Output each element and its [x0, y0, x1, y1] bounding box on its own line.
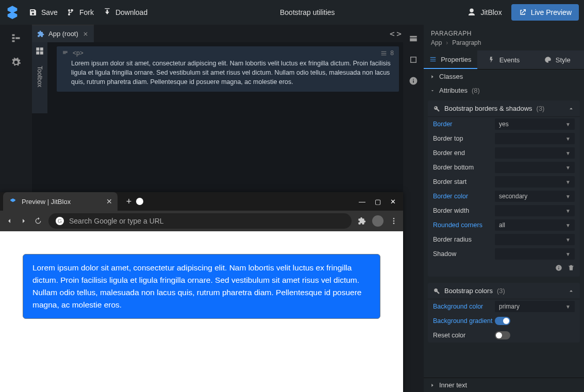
field-border-color[interactable]: secondary▼ [495, 191, 575, 202]
address-bar[interactable]: G Search Google or type a URL [48, 213, 352, 229]
google-icon: G [56, 217, 64, 225]
tab-favicon [9, 198, 16, 205]
trash-icon[interactable] [568, 264, 575, 271]
reload-icon[interactable] [34, 217, 42, 225]
minimize-icon[interactable]: — [359, 198, 365, 206]
download-button[interactable]: Download [103, 8, 147, 16]
menu-icon[interactable] [390, 217, 398, 225]
extensions-icon[interactable] [358, 217, 366, 225]
section-classes[interactable]: Classes [424, 70, 584, 83]
field-border-start[interactable]: ▼ [495, 176, 575, 188]
field-border-end[interactable]: ▼ [495, 147, 575, 159]
close-tab-icon[interactable] [82, 31, 89, 37]
browser-tab[interactable]: Preview | JitBlox ✕ [3, 192, 118, 211]
back-icon[interactable] [5, 217, 13, 225]
user-label[interactable]: JitBlox [467, 8, 502, 17]
breadcrumb: App › Paragraph [424, 39, 584, 50]
group-colors: Bootstrap colors (3) Background colorpri… [428, 283, 580, 343]
editor-tab-bar: App (root) < > [32, 25, 403, 42]
chevron-up-icon [568, 287, 575, 295]
fork-button[interactable]: Fork [67, 8, 94, 16]
new-tab-button[interactable]: + [122, 194, 136, 209]
breadcrumb-current: Paragraph [452, 39, 481, 46]
toggle-bg-gradient[interactable] [495, 317, 510, 325]
tree-icon[interactable] [11, 33, 21, 45]
field-shadow[interactable]: ▼ [495, 248, 575, 260]
section-attributes[interactable]: Attributes (8) [424, 83, 584, 97]
toolbox-tab[interactable]: Toolbox [32, 42, 47, 113]
field-bg-color[interactable]: primary▼ [495, 301, 575, 312]
group-borders-head[interactable]: Bootstrap borders & shadows (3) [428, 100, 580, 117]
save-button[interactable]: Save [29, 8, 58, 16]
list-icon [380, 50, 387, 57]
live-preview-button[interactable]: Live Preview [511, 4, 579, 21]
toggle-reset-color[interactable] [495, 331, 510, 339]
editor-tab-app[interactable]: App (root) [32, 25, 94, 43]
tab-style[interactable]: Style [530, 50, 584, 69]
field-border-bottom[interactable]: ▼ [495, 162, 575, 173]
forward-icon[interactable] [20, 217, 28, 225]
paragraph-icon [62, 50, 69, 57]
tab-events[interactable]: Events [477, 50, 531, 69]
breadcrumb-root[interactable]: App [431, 39, 442, 46]
wrench-icon [433, 287, 440, 295]
field-rounded[interactable]: all▼ [495, 219, 575, 231]
widgets-icon [35, 46, 44, 56]
field-border-width[interactable]: ▼ [495, 205, 575, 216]
toolbox-label: Toolbox [36, 66, 43, 87]
field-border-radius[interactable]: ▼ [495, 234, 575, 245]
info-icon[interactable] [409, 76, 418, 87]
section-inner-text[interactable]: Inner text [424, 378, 584, 392]
panel-title: PARAGRAPH [424, 25, 584, 39]
code-block[interactable]: <p> 8 Lorem ipsum dolor sit amet, consec… [57, 46, 399, 92]
avatar[interactable] [372, 215, 383, 227]
box-icon[interactable] [409, 55, 418, 66]
group-borders: Bootstrap borders & shadows (3) Borderye… [428, 100, 580, 277]
app-logo [5, 5, 20, 21]
field-border[interactable]: yes▼ [495, 118, 575, 130]
project-title: Bootstrap utilities [280, 8, 335, 16]
browser-window: Preview | JitBlox ✕ + — ▢ ✕ G Search Goo… [0, 192, 403, 392]
code-tag: <p> [73, 49, 84, 57]
gear-icon[interactable] [11, 57, 21, 69]
properties-panel: PARAGRAPH App › Paragraph Properties Eve… [424, 25, 584, 392]
code-toggle-icon[interactable]: < > [390, 29, 400, 39]
header: Save Fork Download Bootstrap utilities J… [0, 0, 584, 25]
wrench-icon [433, 105, 440, 112]
maximize-icon[interactable]: ▢ [375, 198, 381, 206]
close-window-icon[interactable]: ✕ [390, 198, 396, 206]
field-border-top[interactable]: ▼ [495, 133, 575, 144]
layers-icon[interactable] [409, 34, 418, 45]
code-count: 8 [390, 49, 394, 57]
close-icon[interactable]: ✕ [106, 197, 112, 206]
tab-properties[interactable]: Properties [424, 50, 477, 69]
group-colors-head[interactable]: Bootstrap colors (3) [428, 283, 580, 299]
shield-icon[interactable] [136, 198, 143, 205]
right-rail [403, 25, 424, 392]
code-text: Lorem ipsum dolor sit amet, consectetur … [62, 59, 394, 87]
chevron-up-icon [568, 105, 575, 112]
preview-paragraph: Lorem ipsum dolor sit amet, consectetur … [23, 254, 380, 319]
info-small-icon[interactable] [555, 264, 562, 271]
